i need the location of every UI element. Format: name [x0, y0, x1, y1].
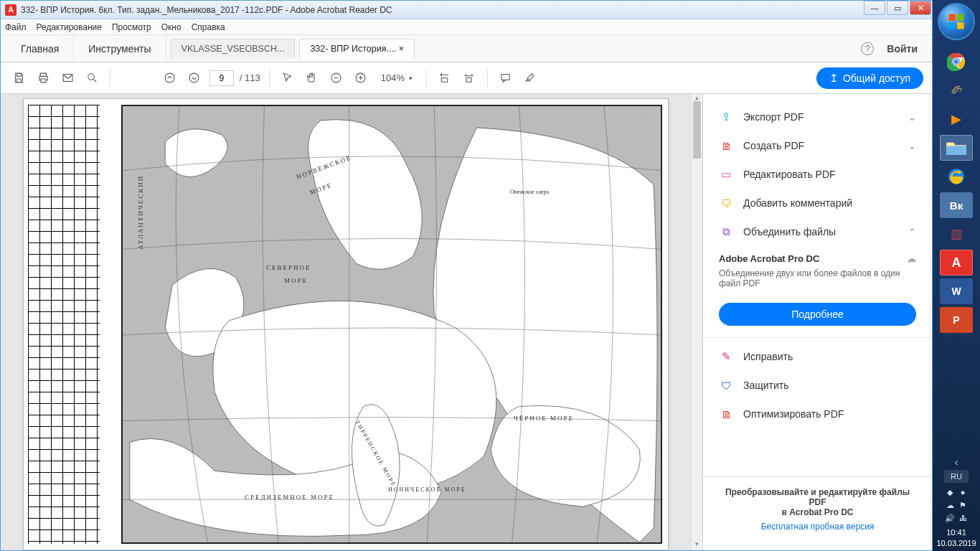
save-icon[interactable] — [9, 69, 28, 88]
doctab-2-label: 332- ВПР История.... × — [310, 44, 404, 54]
tab-home[interactable]: Главная — [6, 35, 74, 62]
content-row: НОРВЕЖСКОЕ МОРЕ СЕВЕРНОЕ МОРЕ АТЛАНТИЧЕС… — [1, 94, 932, 550]
language-indicator[interactable]: RU — [944, 470, 969, 483]
maximize-button[interactable]: ▭ — [887, 1, 908, 15]
menu-help[interactable]: Справка — [192, 22, 225, 32]
vertical-scrollbar[interactable]: ▴ ▾ — [691, 94, 702, 550]
fit-page-icon[interactable] — [460, 69, 479, 88]
taskbar-word-icon[interactable]: W — [940, 278, 973, 304]
rp-edit-label: Редактировать PDF — [743, 169, 836, 180]
rp-optimize[interactable]: 🗎Оптимизировать PDF — [703, 400, 932, 428]
menu-window[interactable]: Окно — [161, 22, 182, 32]
tray-network-icon[interactable]: 🖧 — [958, 513, 968, 523]
scroll-thumb[interactable] — [693, 101, 701, 159]
right-panel: ⇪Экспорт PDF⌄ 🗎Создать PDF⌄ ▭Редактирова… — [702, 94, 932, 550]
label-ion: ИОНИЧЕСКОЕ МОРЕ — [388, 486, 466, 493]
rp-sub-title: Adobe Acrobat Pro DC — [719, 253, 819, 264]
rp-fix[interactable]: ✎Исправить — [703, 342, 932, 371]
chevron-down-icon: ⌄ — [908, 112, 916, 123]
tab-tools[interactable]: Инструменты — [74, 35, 166, 62]
document-area: НОРВЕЖСКОЕ МОРЕ СЕВЕРНОЕ МОРЕ АТЛАНТИЧЕС… — [1, 94, 702, 550]
doctab-1-label: VKLASSE_VSEOBSCH... — [182, 44, 285, 54]
taskbar-gimp-icon[interactable]: ✐7 — [940, 77, 973, 103]
taskbar-vk-icon[interactable]: Вк — [940, 192, 973, 218]
zoom-select[interactable]: 104% — [376, 70, 418, 85]
tray-cloud-icon[interactable]: ☁ — [945, 500, 955, 510]
help-icon[interactable]: ? — [861, 42, 874, 55]
tray-expand-icon[interactable]: ‹ — [933, 457, 980, 467]
page-up-icon[interactable] — [161, 69, 179, 88]
rp-learn-more-button[interactable]: Подробнее — [719, 303, 916, 326]
taskbar-ie-icon[interactable] — [940, 164, 973, 189]
menu-edit[interactable]: Редактирование — [37, 22, 102, 32]
login-button[interactable]: Войти — [887, 43, 918, 55]
rp-create-pdf[interactable]: 🗎Создать PDF⌄ — [703, 131, 932, 160]
rp-trial-link[interactable]: Бесплатная пробная версия — [719, 522, 916, 532]
rp-footer-line1: Преобразовывайте и редактируйте файлы PD… — [725, 487, 910, 507]
rp-add-comment[interactable]: 🗨Добавить комментарий — [703, 189, 932, 217]
taskbar-acrobat-icon[interactable]: A — [940, 250, 973, 276]
svg-point-2 — [165, 73, 174, 83]
export-icon: ⇪ — [719, 110, 733, 124]
rp-export-label: Экспорт PDF — [743, 111, 804, 123]
search-icon[interactable] — [83, 69, 101, 88]
menu-view[interactable]: Просмотр — [112, 22, 151, 32]
rp-footer-line2: в Acrobat Pro DC — [781, 507, 853, 517]
rp-protect[interactable]: 🛡Защитить — [703, 371, 932, 400]
app-icon: A — [5, 4, 17, 16]
scroll-down-icon[interactable]: ▾ — [692, 540, 702, 550]
shield-icon: 🛡 — [719, 378, 733, 392]
rp-edit-pdf[interactable]: ▭Редактировать PDF — [703, 160, 932, 189]
zoom-out-icon[interactable] — [327, 69, 346, 88]
label-north: СЕВЕРНОЕ — [266, 264, 311, 271]
svg-rect-0 — [63, 75, 72, 82]
tray-volume-icon[interactable]: 🔊 — [945, 513, 955, 523]
sign-tool-icon[interactable] — [521, 69, 540, 88]
rp-sub-desc: Объединение двух или более файлов в один… — [719, 268, 916, 288]
svg-point-3 — [189, 73, 199, 83]
print-icon[interactable] — [34, 69, 52, 88]
label-onega: Онежское озеро — [510, 189, 549, 195]
rp-fix-label: Исправить — [743, 351, 793, 362]
rp-combine-files[interactable]: ⧉Объединить файлы⌃ — [703, 217, 932, 246]
system-tray: ‹ RU ◆ ● ☁ ⚑ 🔊 🖧 10:41 10.03.2019 — [933, 457, 980, 551]
doctab-1[interactable]: VKLASSE_VSEOBSCH... — [171, 39, 296, 59]
chevron-down-icon: ⌄ — [908, 141, 916, 151]
cloud-icon: ☁ — [907, 253, 916, 264]
tray-chrome-icon[interactable]: ● — [958, 487, 968, 497]
zoom-in-icon[interactable] — [352, 69, 370, 88]
tray-shield-icon[interactable]: ◆ — [945, 487, 955, 497]
start-button[interactable] — [938, 3, 975, 40]
menu-file[interactable]: Файл — [5, 22, 27, 32]
page-input[interactable] — [209, 70, 234, 86]
taskbar-media-icon[interactable]: ▶ — [940, 106, 973, 132]
svg-rect-6 — [501, 75, 509, 80]
rp-optimize-label: Оптимизировать PDF — [743, 408, 844, 420]
minimize-button[interactable]: — — [864, 1, 885, 15]
taskbar-powerpoint-icon[interactable]: P — [940, 307, 973, 333]
comment-tool-icon[interactable] — [496, 69, 515, 88]
acrobat-window: A 332- ВПР История. 6кл. Тип. задан._Мел… — [0, 0, 933, 551]
share-button[interactable]: Общий доступ — [816, 67, 923, 89]
select-tool-icon[interactable] — [278, 69, 297, 88]
taskbar-app1-icon[interactable]: ▥ — [940, 221, 973, 247]
mail-icon[interactable] — [58, 69, 77, 88]
label-atlantic: АТЛАНТИЧЕСКИЙ — [137, 175, 144, 250]
taskbar-chrome-icon[interactable] — [940, 49, 973, 75]
label-black: ЧЁРНОЕ МОРЕ — [514, 415, 574, 422]
rp-protect-label: Защитить — [743, 380, 789, 391]
doctab-2[interactable]: 332- ВПР История.... × — [299, 39, 415, 59]
close-button[interactable]: ✕ — [910, 1, 931, 15]
clock[interactable]: 10:41 10.03.2019 — [936, 527, 976, 548]
fit-width-icon[interactable] — [435, 69, 454, 88]
titlebar[interactable]: A 332- ВПР История. 6кл. Тип. задан._Мел… — [1, 1, 932, 19]
document-scroll[interactable]: НОРВЕЖСКОЕ МОРЕ СЕВЕРНОЕ МОРЕ АТЛАНТИЧЕС… — [1, 94, 691, 550]
rp-comment-label: Добавить комментарий — [743, 197, 852, 209]
tray-flag-icon[interactable]: ⚑ — [958, 500, 968, 510]
divider — [703, 337, 932, 338]
share-label: Общий доступ — [843, 72, 910, 84]
page-down-icon[interactable] — [185, 69, 204, 88]
taskbar-explorer-icon[interactable] — [940, 135, 973, 161]
hand-tool-icon[interactable] — [303, 69, 321, 88]
rp-export-pdf[interactable]: ⇪Экспорт PDF⌄ — [703, 103, 932, 131]
